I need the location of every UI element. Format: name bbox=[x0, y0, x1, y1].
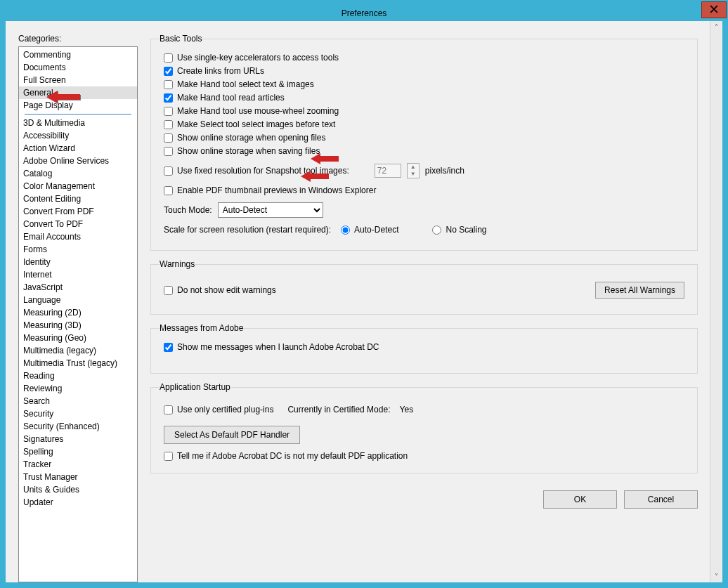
scale-auto-label: Auto-Detect bbox=[354, 225, 398, 235]
scale-none-label: No Scaling bbox=[446, 225, 486, 235]
opt-snapshot[interactable]: Use fixed resolution for Snapshot tool i… bbox=[164, 166, 349, 176]
category-item[interactable]: Forms bbox=[19, 243, 137, 256]
category-item[interactable]: Reading bbox=[19, 370, 137, 382]
opt-single-key-checkbox[interactable] bbox=[164, 53, 173, 63]
category-item[interactable]: Language bbox=[19, 294, 137, 306]
snapshot-spinner[interactable]: ▲ ▼ bbox=[407, 163, 420, 178]
scroll-up-icon[interactable]: ˄ bbox=[710, 21, 722, 33]
scale-auto[interactable]: Auto-Detect bbox=[341, 225, 398, 235]
opt-online-save[interactable]: Show online storage when saving files bbox=[164, 146, 689, 156]
opt-single-key[interactable]: Use single-key accelerators to access to… bbox=[164, 53, 689, 63]
category-item[interactable]: General bbox=[19, 86, 137, 99]
categories-list[interactable]: CommentingDocumentsFull ScreenGeneralPag… bbox=[18, 46, 138, 582]
opt-select-images[interactable]: Make Select tool select images before te… bbox=[164, 119, 689, 129]
category-item[interactable]: Measuring (2D) bbox=[19, 306, 137, 319]
opt-hand-wheel[interactable]: Make Hand tool use mouse-wheel zooming bbox=[164, 106, 689, 116]
opt-links-from-urls[interactable]: Create links from URLs bbox=[164, 66, 689, 76]
snapshot-value-input[interactable] bbox=[375, 164, 401, 178]
scale-none[interactable]: No Scaling bbox=[432, 225, 486, 235]
opt-snapshot-label: Use fixed resolution for Snapshot tool i… bbox=[177, 166, 349, 176]
opt-online-open[interactable]: Show online storage when opening files bbox=[164, 133, 689, 143]
category-item[interactable]: Catalog bbox=[19, 167, 137, 180]
group-startup-legend: Application Startup bbox=[160, 382, 230, 392]
titlebar: Preferences bbox=[6, 6, 722, 21]
category-item[interactable]: Reviewing bbox=[19, 382, 137, 395]
touch-mode-select[interactable]: Auto-Detect bbox=[218, 202, 323, 218]
vertical-scrollbar[interactable]: ˄ ˅ bbox=[710, 21, 722, 582]
category-item[interactable]: Search bbox=[19, 395, 137, 407]
opt-tell-me-default[interactable]: Tell me if Adobe Acrobat DC is not my de… bbox=[164, 451, 689, 461]
category-item[interactable]: Signatures bbox=[19, 433, 137, 445]
close-button[interactable] bbox=[701, 1, 727, 18]
opt-snapshot-checkbox[interactable] bbox=[164, 166, 173, 176]
chevron-up-icon[interactable]: ▲ bbox=[408, 164, 419, 171]
category-item[interactable]: 3D & Multimedia bbox=[19, 117, 137, 129]
category-item[interactable]: JavaScript bbox=[19, 281, 137, 294]
opt-thumb-preview[interactable]: Enable PDF thumbnail previews in Windows… bbox=[164, 185, 689, 195]
category-item[interactable]: Content Editing bbox=[19, 192, 137, 205]
opt-hand-select-checkbox[interactable] bbox=[164, 80, 173, 89]
categories-label: Categories: bbox=[18, 34, 138, 44]
category-item[interactable]: Spelling bbox=[19, 445, 137, 458]
category-item[interactable]: Trust Manager bbox=[19, 471, 137, 483]
reset-warnings-button[interactable]: Reset All Warnings bbox=[595, 282, 684, 299]
category-item[interactable]: Multimedia Trust (legacy) bbox=[19, 357, 137, 370]
opt-online-save-checkbox[interactable] bbox=[164, 147, 173, 156]
category-item[interactable]: Security (Enhanced) bbox=[19, 420, 137, 433]
scale-none-radio[interactable] bbox=[432, 226, 441, 235]
chevron-down-icon[interactable]: ▼ bbox=[408, 171, 419, 178]
group-startup: Application Startup Use only certified p… bbox=[150, 382, 698, 473]
default-pdf-handler-button[interactable]: Select As Default PDF Handler bbox=[164, 426, 300, 444]
touch-mode-label: Touch Mode: bbox=[164, 205, 212, 215]
opt-no-edit-warn-checkbox[interactable] bbox=[164, 286, 173, 295]
scale-auto-radio[interactable] bbox=[341, 226, 350, 235]
category-item[interactable]: Convert From PDF bbox=[19, 205, 137, 218]
category-item[interactable]: Commenting bbox=[19, 48, 137, 61]
cancel-button[interactable]: Cancel bbox=[624, 490, 698, 509]
category-item[interactable]: Identity bbox=[19, 256, 137, 268]
opt-no-edit-warn[interactable]: Do not show edit warnings bbox=[164, 285, 276, 295]
opt-hand-select[interactable]: Make Hand tool select text & images bbox=[164, 79, 689, 89]
category-item[interactable]: Tracker bbox=[19, 458, 137, 471]
category-item[interactable]: Units & Guides bbox=[19, 483, 137, 496]
category-item[interactable]: Page Display bbox=[19, 99, 137, 112]
category-item[interactable]: Measuring (Geo) bbox=[19, 332, 137, 344]
cert-mode-label: Currently in Certified Mode: bbox=[287, 405, 390, 414]
opt-single-key-label: Use single-key accelerators to access to… bbox=[177, 53, 339, 63]
category-item[interactable]: Action Wizard bbox=[19, 142, 137, 155]
opt-hand-select-label: Make Hand tool select text & images bbox=[177, 79, 314, 89]
cert-mode-value: Yes bbox=[400, 405, 414, 414]
opt-hand-articles-label: Make Hand tool read articles bbox=[177, 93, 285, 103]
category-item[interactable]: Security bbox=[19, 407, 137, 420]
opt-tell-me-default-checkbox[interactable] bbox=[164, 452, 173, 461]
category-item[interactable]: Full Screen bbox=[19, 74, 137, 86]
opt-hand-wheel-checkbox[interactable] bbox=[164, 107, 173, 116]
opt-hand-articles[interactable]: Make Hand tool read articles bbox=[164, 93, 689, 103]
category-item[interactable]: Convert To PDF bbox=[19, 218, 137, 230]
ok-button[interactable]: OK bbox=[543, 490, 617, 509]
opt-hand-articles-checkbox[interactable] bbox=[164, 93, 173, 103]
opt-select-images-checkbox[interactable] bbox=[164, 120, 173, 129]
group-messages-legend: Messages from Adobe bbox=[160, 323, 243, 333]
category-item[interactable]: Email Accounts bbox=[19, 230, 137, 243]
opt-links-from-urls-label: Create links from URLs bbox=[177, 66, 264, 76]
category-item[interactable]: Accessibility bbox=[19, 129, 137, 142]
scroll-down-icon[interactable]: ˅ bbox=[710, 570, 722, 582]
opt-links-from-urls-checkbox[interactable] bbox=[164, 67, 173, 76]
opt-online-open-label: Show online storage when opening files bbox=[177, 133, 325, 143]
opt-show-launch-msg-checkbox[interactable] bbox=[164, 343, 173, 352]
opt-certified-only-checkbox[interactable] bbox=[164, 405, 173, 414]
category-item[interactable]: Measuring (3D) bbox=[19, 319, 137, 332]
opt-select-images-label: Make Select tool select images before te… bbox=[177, 119, 335, 129]
opt-certified-only[interactable]: Use only certified plug-ins bbox=[164, 405, 273, 414]
opt-show-launch-msg[interactable]: Show me messages when I launch Adobe Acr… bbox=[164, 342, 689, 352]
group-basic-tools-legend: Basic Tools bbox=[160, 34, 202, 44]
opt-thumb-preview-checkbox[interactable] bbox=[164, 186, 173, 195]
category-item[interactable]: Internet bbox=[19, 268, 137, 281]
category-item[interactable]: Color Management bbox=[19, 180, 137, 192]
category-item[interactable]: Multimedia (legacy) bbox=[19, 344, 137, 357]
opt-online-open-checkbox[interactable] bbox=[164, 133, 173, 143]
category-item[interactable]: Documents bbox=[19, 61, 137, 74]
category-item[interactable]: Updater bbox=[19, 496, 137, 509]
category-item[interactable]: Adobe Online Services bbox=[19, 155, 137, 167]
